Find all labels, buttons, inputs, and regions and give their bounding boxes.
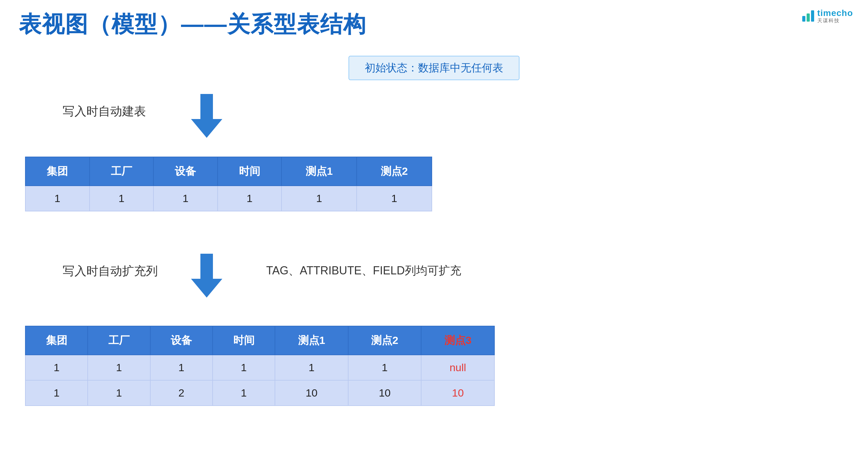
table1-header-4: 测点1: [281, 157, 356, 186]
table2-cell-0-3: 1: [213, 355, 275, 380]
main-title: 表视图（模型）——关系型表结构: [19, 9, 366, 39]
table1-cell-0-4: 1: [281, 186, 356, 211]
logo-icon: [802, 10, 814, 22]
table2-cell-1-1: 1: [88, 380, 150, 406]
table2-header-2: 设备: [150, 326, 213, 355]
table2-cell-1-3: 1: [213, 380, 275, 406]
arrow-head-1: [191, 119, 222, 138]
state-badge: 初始状态：数据库中无任何表: [348, 56, 520, 80]
table2-cell-0-6: null: [421, 355, 494, 380]
table2-header-3: 时间: [213, 326, 275, 355]
logo-bar-2: [807, 13, 810, 22]
arrow-shaft-2: [200, 254, 213, 279]
logo-bar-3: [811, 10, 814, 22]
table2-cell-1-5: 10: [348, 380, 422, 406]
table2-cell-0-1: 1: [88, 355, 150, 380]
table1-cell-0-5: 1: [356, 186, 432, 211]
arrow-down-1: [191, 94, 222, 138]
arrow-head-2: [191, 279, 222, 298]
table1-header-3: 时间: [218, 157, 282, 186]
table1-header-2: 设备: [153, 157, 218, 186]
table2-cell-1-4: 10: [275, 380, 348, 406]
logo-en: timecho: [817, 9, 853, 18]
table2-header-0: 集团: [25, 326, 88, 355]
table1-row-0: 1 1 1 1 1 1: [25, 186, 432, 211]
table2-cell-0-0: 1: [25, 355, 88, 380]
table2-header-row: 集团 工厂 设备 时间 测点1 测点2 测点3: [25, 326, 494, 355]
table2-cell-0-2: 1: [150, 355, 213, 380]
arrow2-sublabel: TAG、ATTRIBUTE、FIELD列均可扩充: [266, 263, 461, 278]
table2-header-1: 工厂: [88, 326, 150, 355]
table-1: 集团 工厂 设备 时间 测点1 测点2 1 1 1 1 1 1: [25, 157, 432, 211]
table2-cell-0-4: 1: [275, 355, 348, 380]
table1-cell-0-3: 1: [218, 186, 282, 211]
logo-area: timecho 天谋科技: [802, 9, 853, 23]
table2-cell-0-5: 1: [348, 355, 422, 380]
table1-header-1: 工厂: [90, 157, 154, 186]
table2-header-5: 测点2: [348, 326, 422, 355]
logo-text: timecho 天谋科技: [817, 9, 853, 23]
arrow1-label: 写入时自动建表: [63, 103, 146, 119]
table2-row-0: 1 1 1 1 1 1 null: [25, 355, 494, 380]
table2-cell-1-2: 2: [150, 380, 213, 406]
table1-header-row: 集团 工厂 设备 时间 测点1 测点2: [25, 157, 432, 186]
table1-cell-0-0: 1: [25, 186, 90, 211]
table1-cell-0-1: 1: [90, 186, 154, 211]
table1-header-5: 测点2: [356, 157, 432, 186]
arrow-down-2: [191, 254, 222, 298]
arrow2-label: 写入时自动扩充列: [63, 263, 158, 279]
table1-header-0: 集团: [25, 157, 90, 186]
table-2: 集团 工厂 设备 时间 测点1 测点2 测点3 1 1 1 1 1 1 null…: [25, 326, 495, 406]
table2-row-1: 1 1 2 1 10 10 10: [25, 380, 494, 406]
logo-bar-1: [802, 16, 805, 22]
logo-cn: 天谋科技: [817, 18, 853, 23]
arrow-shaft-1: [200, 94, 213, 119]
table2-header-6: 测点3: [421, 326, 494, 355]
table2-header-4: 测点1: [275, 326, 348, 355]
table2-cell-1-0: 1: [25, 380, 88, 406]
table1-cell-0-2: 1: [153, 186, 218, 211]
table2-cell-1-6: 10: [421, 380, 494, 406]
